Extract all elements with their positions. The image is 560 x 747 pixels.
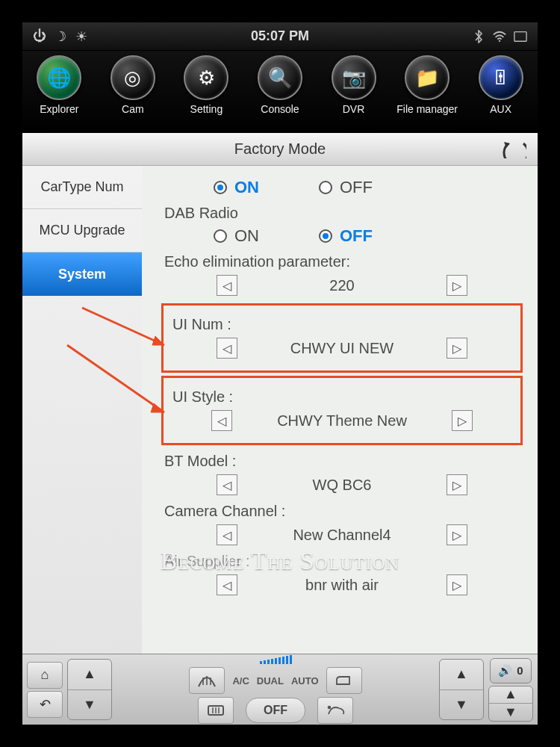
recirculate-button[interactable]: [326, 667, 362, 694]
back-nav-button[interactable]: ↶: [27, 691, 63, 718]
bt-model-label: BT Model :: [164, 453, 523, 470]
temp-left-stepper[interactable]: ▲ ▼: [67, 659, 112, 720]
radio-dot-icon: [319, 181, 332, 194]
clock: 05:07 PM: [22, 28, 538, 44]
bt-next[interactable]: ▷: [447, 474, 467, 495]
dock-item-explorer[interactable]: 🌐 Explorer: [25, 55, 93, 115]
radio-dot-icon: [214, 181, 227, 194]
echo-value: 220: [282, 277, 402, 294]
dual-label[interactable]: DUAL: [257, 675, 284, 686]
chevron-up-icon: ▲: [440, 660, 483, 690]
climate-off-button[interactable]: OFF: [246, 698, 305, 723]
sidebar: CarType Num MCU Upgrade System: [22, 166, 142, 654]
back-button[interactable]: [497, 137, 530, 161]
dock-item-console[interactable]: 🔍 Console: [246, 55, 314, 115]
dock-item-filemanager[interactable]: 📁 File manager: [393, 55, 461, 115]
home-button[interactable]: ⌂: [27, 662, 63, 689]
bt-value: WQ BC6: [282, 477, 402, 494]
ui-num-label: UI Num :: [172, 316, 514, 333]
chevron-down-icon: ▼: [440, 690, 483, 720]
status-bar: ⏻ ☽ ☀ 05:07 PM: [22, 22, 538, 51]
chevron-up-icon: ▲: [489, 686, 532, 704]
radio-on-1[interactable]: ON: [214, 178, 259, 197]
svg-rect-1: [514, 31, 526, 41]
air-supplier-label: Air Supplier :: [164, 553, 523, 570]
ui-style-next[interactable]: ▷: [452, 410, 473, 431]
climate-bar: ⌂ ↶ ▲ ▼ A/C DUAL AUTO: [22, 654, 538, 725]
radio-dot-icon: [214, 229, 227, 243]
volume-indicator[interactable]: 🔊 0: [490, 658, 531, 684]
fan-level-indicator: [260, 655, 292, 664]
aux-icon: 🎚: [479, 55, 523, 100]
dock-item-cam[interactable]: ◎ Cam: [99, 55, 167, 115]
ui-style-highlight: UI Style : ◁ CHWY Theme New ▷: [161, 376, 523, 445]
page-title: Factory Mode: [234, 140, 326, 158]
chevron-down-icon: ▼: [489, 704, 532, 721]
sidebar-item-mcu[interactable]: MCU Upgrade: [22, 209, 142, 252]
wifi-icon: [493, 30, 506, 43]
ui-num-value: CHWY UI NEW: [282, 340, 402, 357]
dock-item-aux[interactable]: 🎚 AUX: [467, 55, 535, 115]
ui-style-label: UI Style :: [172, 388, 514, 406]
echo-label: Echo elimination parameter:: [164, 253, 523, 270]
ac-label[interactable]: A/C: [232, 675, 249, 686]
defrost-front-button[interactable]: [189, 667, 225, 694]
air-prev[interactable]: ◁: [217, 574, 237, 595]
svg-point-7: [328, 706, 332, 710]
echo-decrement[interactable]: ◁: [217, 275, 237, 296]
radio-group-dab: ON OFF: [214, 226, 523, 246]
radio-dab-off[interactable]: OFF: [319, 226, 373, 246]
folder-icon: 📁: [405, 55, 449, 100]
air-value: bnr with air: [282, 577, 402, 594]
chevron-down-icon: ▼: [68, 690, 111, 720]
temp-right-stepper[interactable]: ▲ ▼: [439, 659, 484, 720]
dock-item-setting[interactable]: ⚙ Setting: [172, 55, 240, 115]
radio-group-1: ON OFF: [214, 178, 523, 197]
ui-num-prev[interactable]: ◁: [217, 338, 237, 359]
volume-stepper[interactable]: ▲ ▼: [488, 686, 533, 722]
app-dock: 🌐 Explorer ◎ Cam ⚙ Setting 🔍 Console 📷 D…: [22, 51, 538, 133]
svg-point-0: [499, 40, 500, 41]
globe-icon: 🌐: [37, 55, 81, 100]
cast-icon: [514, 30, 527, 43]
volume-value: 0: [517, 664, 523, 677]
camera-channel-label: Camera Channel :: [164, 503, 523, 520]
wrench-icon: 🔍: [258, 55, 302, 100]
radio-dot-icon: [319, 229, 332, 243]
camera-prev[interactable]: ◁: [217, 524, 237, 545]
airflow-mode-button[interactable]: [317, 697, 353, 724]
sidebar-item-cartype[interactable]: CarType Num: [22, 166, 142, 209]
content-pane[interactable]: ON OFF DAB Radio ON OFF Echo eliminati: [142, 166, 538, 654]
camera-next[interactable]: ▷: [447, 524, 467, 545]
ui-num-next[interactable]: ▷: [447, 338, 467, 359]
chevron-up-icon: ▲: [68, 660, 111, 690]
sidebar-item-system[interactable]: System: [22, 252, 142, 296]
speaker-icon: 🔊: [498, 664, 512, 678]
dab-radio-label: DAB Radio: [164, 205, 523, 222]
bt-prev[interactable]: ◁: [217, 474, 237, 495]
auto-label[interactable]: AUTO: [291, 675, 319, 686]
radio-dab-on[interactable]: ON: [214, 226, 259, 246]
title-bar: Factory Mode: [22, 133, 538, 166]
ui-style-prev[interactable]: ◁: [211, 410, 232, 431]
bluetooth-icon: [472, 30, 485, 43]
radio-off-1[interactable]: OFF: [319, 178, 373, 197]
camera-value: New Channel4: [282, 527, 402, 544]
ui-style-value: CHWY Theme New: [277, 412, 407, 430]
ui-num-highlight: UI Num : ◁ CHWY UI NEW ▷: [161, 303, 523, 373]
air-next[interactable]: ▷: [447, 574, 467, 595]
camera-icon: ◎: [111, 55, 155, 100]
record-icon: 📷: [332, 55, 376, 100]
defrost-rear-button[interactable]: [198, 697, 234, 724]
dock-item-dvr[interactable]: 📷 DVR: [320, 55, 388, 115]
gear-icon: ⚙: [184, 55, 228, 100]
echo-increment[interactable]: ▷: [447, 275, 467, 296]
